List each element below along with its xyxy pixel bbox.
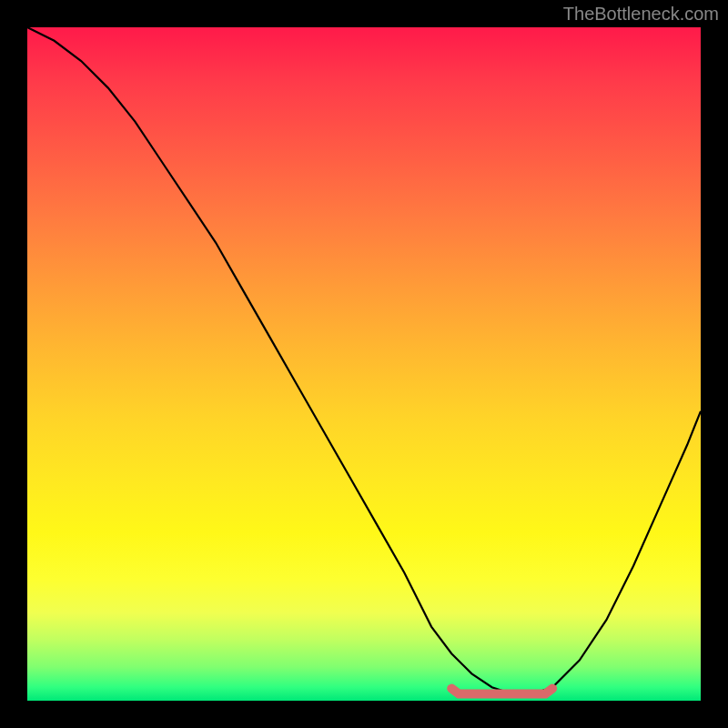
chart-plot-area [27, 27, 701, 701]
bottleneck-curve [27, 27, 701, 701]
attribution-text: TheBottleneck.com [563, 4, 719, 25]
